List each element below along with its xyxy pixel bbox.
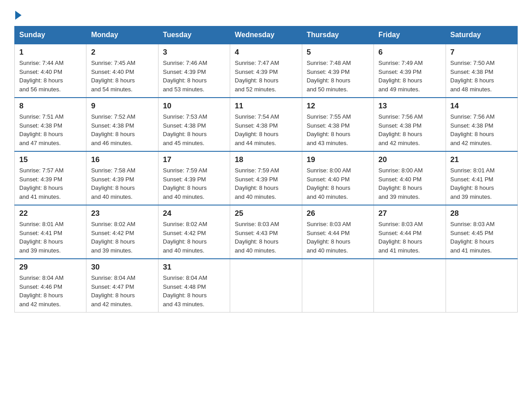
day-cell: 14 Sunrise: 7:56 AM Sunset: 4:38 PM Dayl… xyxy=(446,98,517,151)
week-row-5: 29 Sunrise: 8:04 AM Sunset: 4:46 PM Dayl… xyxy=(15,259,518,313)
col-header-sunday: Sunday xyxy=(15,26,86,44)
col-header-wednesday: Wednesday xyxy=(230,26,302,44)
day-number: 25 xyxy=(235,209,297,218)
day-info: Sunrise: 7:53 AM Sunset: 4:38 PM Dayligh… xyxy=(163,112,225,147)
calendar-table: SundayMondayTuesdayWednesdayThursdayFrid… xyxy=(14,26,518,313)
day-info: Sunrise: 7:45 AM Sunset: 4:40 PM Dayligh… xyxy=(91,59,153,94)
day-number: 6 xyxy=(378,48,441,57)
day-number: 8 xyxy=(19,102,82,111)
day-number: 16 xyxy=(91,155,153,164)
day-info: Sunrise: 8:02 AM Sunset: 4:42 PM Dayligh… xyxy=(163,220,225,255)
day-cell: 10 Sunrise: 7:53 AM Sunset: 4:38 PM Dayl… xyxy=(158,98,230,151)
day-info: Sunrise: 7:47 AM Sunset: 4:39 PM Dayligh… xyxy=(235,59,297,94)
day-number: 20 xyxy=(378,155,441,164)
day-info: Sunrise: 7:59 AM Sunset: 4:39 PM Dayligh… xyxy=(163,166,225,201)
day-number: 13 xyxy=(378,102,441,111)
day-cell: 8 Sunrise: 7:51 AM Sunset: 4:38 PM Dayli… xyxy=(15,98,86,151)
day-info: Sunrise: 8:02 AM Sunset: 4:42 PM Dayligh… xyxy=(91,220,153,255)
day-number: 4 xyxy=(235,48,297,57)
day-cell: 20 Sunrise: 8:00 AM Sunset: 4:40 PM Dayl… xyxy=(374,151,446,205)
day-cell: 23 Sunrise: 8:02 AM Sunset: 4:42 PM Dayl… xyxy=(86,205,158,259)
day-number: 10 xyxy=(163,102,225,111)
day-cell: 31 Sunrise: 8:04 AM Sunset: 4:48 PM Dayl… xyxy=(158,259,230,313)
day-number: 7 xyxy=(450,48,513,57)
day-cell: 16 Sunrise: 7:58 AM Sunset: 4:39 PM Dayl… xyxy=(86,151,158,205)
day-info: Sunrise: 7:52 AM Sunset: 4:38 PM Dayligh… xyxy=(91,112,153,147)
week-row-3: 15 Sunrise: 7:57 AM Sunset: 4:39 PM Dayl… xyxy=(15,151,518,205)
day-number: 29 xyxy=(19,263,82,272)
day-info: Sunrise: 7:46 AM Sunset: 4:39 PM Dayligh… xyxy=(163,59,225,94)
day-cell: 17 Sunrise: 7:59 AM Sunset: 4:39 PM Dayl… xyxy=(158,151,230,205)
day-number: 9 xyxy=(91,102,153,111)
day-number: 15 xyxy=(19,155,82,164)
day-info: Sunrise: 8:03 AM Sunset: 4:44 PM Dayligh… xyxy=(378,220,441,255)
week-row-1: 1 Sunrise: 7:44 AM Sunset: 4:40 PM Dayli… xyxy=(15,44,518,98)
header-row: SundayMondayTuesdayWednesdayThursdayFrid… xyxy=(15,26,518,44)
day-info: Sunrise: 7:56 AM Sunset: 4:38 PM Dayligh… xyxy=(450,112,513,147)
week-row-4: 22 Sunrise: 8:01 AM Sunset: 4:41 PM Dayl… xyxy=(15,205,518,259)
logo-arrow-icon xyxy=(15,11,21,20)
day-cell: 5 Sunrise: 7:48 AM Sunset: 4:39 PM Dayli… xyxy=(302,44,373,98)
day-cell: 2 Sunrise: 7:45 AM Sunset: 4:40 PM Dayli… xyxy=(86,44,158,98)
day-info: Sunrise: 8:00 AM Sunset: 4:40 PM Dayligh… xyxy=(307,166,369,201)
day-number: 17 xyxy=(163,155,225,164)
day-info: Sunrise: 8:04 AM Sunset: 4:47 PM Dayligh… xyxy=(91,274,153,308)
day-cell: 7 Sunrise: 7:50 AM Sunset: 4:38 PM Dayli… xyxy=(446,44,517,98)
col-header-monday: Monday xyxy=(86,26,158,44)
day-number: 24 xyxy=(163,209,225,218)
day-info: Sunrise: 7:51 AM Sunset: 4:38 PM Dayligh… xyxy=(19,112,82,147)
day-number: 12 xyxy=(307,102,369,111)
col-header-friday: Friday xyxy=(374,26,446,44)
day-cell: 28 Sunrise: 8:03 AM Sunset: 4:45 PM Dayl… xyxy=(446,205,517,259)
day-info: Sunrise: 8:04 AM Sunset: 4:48 PM Dayligh… xyxy=(163,274,225,308)
day-number: 11 xyxy=(235,102,297,111)
col-header-thursday: Thursday xyxy=(302,26,373,44)
col-header-tuesday: Tuesday xyxy=(158,26,230,44)
day-number: 19 xyxy=(307,155,369,164)
day-cell: 25 Sunrise: 8:03 AM Sunset: 4:43 PM Dayl… xyxy=(230,205,302,259)
day-info: Sunrise: 7:49 AM Sunset: 4:39 PM Dayligh… xyxy=(378,59,441,94)
day-cell: 18 Sunrise: 7:59 AM Sunset: 4:39 PM Dayl… xyxy=(230,151,302,205)
day-info: Sunrise: 8:03 AM Sunset: 4:45 PM Dayligh… xyxy=(450,220,513,255)
day-info: Sunrise: 8:01 AM Sunset: 4:41 PM Dayligh… xyxy=(450,166,513,201)
day-info: Sunrise: 8:03 AM Sunset: 4:43 PM Dayligh… xyxy=(235,220,297,255)
day-cell: 11 Sunrise: 7:54 AM Sunset: 4:38 PM Dayl… xyxy=(230,98,302,151)
day-number: 21 xyxy=(450,155,513,164)
day-cell: 13 Sunrise: 7:56 AM Sunset: 4:38 PM Dayl… xyxy=(374,98,446,151)
logo xyxy=(14,11,22,17)
day-cell: 27 Sunrise: 8:03 AM Sunset: 4:44 PM Dayl… xyxy=(374,205,446,259)
day-cell: 30 Sunrise: 8:04 AM Sunset: 4:47 PM Dayl… xyxy=(86,259,158,313)
day-info: Sunrise: 7:59 AM Sunset: 4:39 PM Dayligh… xyxy=(235,166,297,201)
day-info: Sunrise: 7:57 AM Sunset: 4:39 PM Dayligh… xyxy=(19,166,82,201)
day-info: Sunrise: 8:03 AM Sunset: 4:44 PM Dayligh… xyxy=(307,220,369,255)
day-cell: 26 Sunrise: 8:03 AM Sunset: 4:44 PM Dayl… xyxy=(302,205,373,259)
day-cell: 9 Sunrise: 7:52 AM Sunset: 4:38 PM Dayli… xyxy=(86,98,158,151)
day-cell: 22 Sunrise: 8:01 AM Sunset: 4:41 PM Dayl… xyxy=(15,205,86,259)
day-number: 14 xyxy=(450,102,513,111)
day-info: Sunrise: 7:58 AM Sunset: 4:39 PM Dayligh… xyxy=(91,166,153,201)
day-number: 2 xyxy=(91,48,153,57)
day-number: 22 xyxy=(19,209,82,218)
day-info: Sunrise: 7:44 AM Sunset: 4:40 PM Dayligh… xyxy=(19,59,82,94)
day-cell: 15 Sunrise: 7:57 AM Sunset: 4:39 PM Dayl… xyxy=(15,151,86,205)
day-cell: 29 Sunrise: 8:04 AM Sunset: 4:46 PM Dayl… xyxy=(15,259,86,313)
day-number: 3 xyxy=(163,48,225,57)
day-info: Sunrise: 7:54 AM Sunset: 4:38 PM Dayligh… xyxy=(235,112,297,147)
day-number: 27 xyxy=(378,209,441,218)
col-header-saturday: Saturday xyxy=(446,26,517,44)
day-cell xyxy=(374,259,446,313)
day-number: 23 xyxy=(91,209,153,218)
day-number: 28 xyxy=(450,209,513,218)
day-cell xyxy=(302,259,373,313)
day-cell: 24 Sunrise: 8:02 AM Sunset: 4:42 PM Dayl… xyxy=(158,205,230,259)
day-cell: 21 Sunrise: 8:01 AM Sunset: 4:41 PM Dayl… xyxy=(446,151,517,205)
day-number: 26 xyxy=(307,209,369,218)
day-cell: 1 Sunrise: 7:44 AM Sunset: 4:40 PM Dayli… xyxy=(15,44,86,98)
day-info: Sunrise: 7:55 AM Sunset: 4:38 PM Dayligh… xyxy=(307,112,369,147)
day-cell: 6 Sunrise: 7:49 AM Sunset: 4:39 PM Dayli… xyxy=(374,44,446,98)
day-cell: 4 Sunrise: 7:47 AM Sunset: 4:39 PM Dayli… xyxy=(230,44,302,98)
day-info: Sunrise: 7:56 AM Sunset: 4:38 PM Dayligh… xyxy=(378,112,441,147)
day-cell: 3 Sunrise: 7:46 AM Sunset: 4:39 PM Dayli… xyxy=(158,44,230,98)
day-info: Sunrise: 7:50 AM Sunset: 4:38 PM Dayligh… xyxy=(450,59,513,94)
day-number: 1 xyxy=(19,48,82,57)
